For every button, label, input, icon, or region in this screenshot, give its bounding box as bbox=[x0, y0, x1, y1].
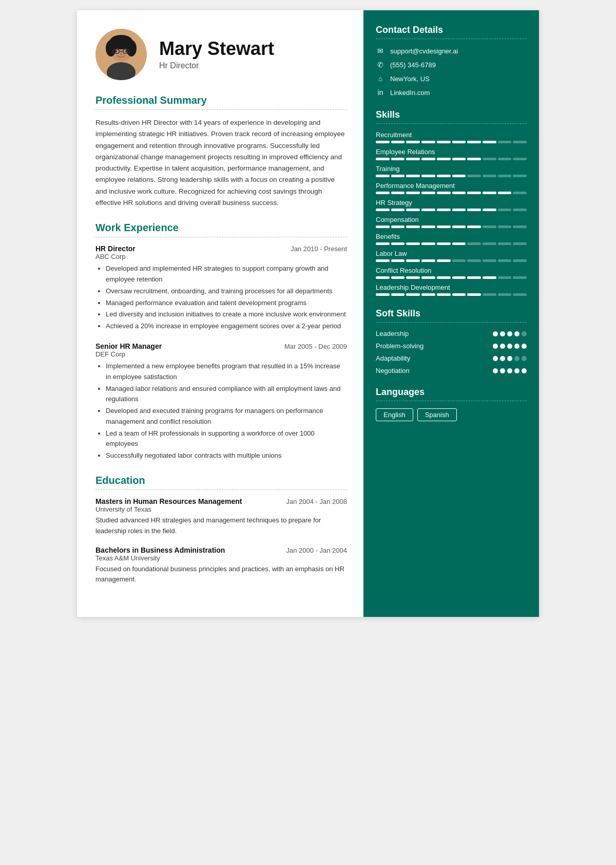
skill-segment bbox=[406, 141, 420, 143]
skill-item: Training bbox=[376, 165, 527, 177]
contact-item: in LinkedIn.com bbox=[376, 88, 527, 97]
job-company-text: DEF Corp bbox=[95, 350, 347, 358]
skill-segment bbox=[437, 209, 451, 211]
skill-segment bbox=[513, 192, 527, 194]
soft-skill-dots bbox=[493, 331, 527, 336]
svg-point-4 bbox=[106, 40, 116, 57]
soft-skill-dot bbox=[500, 344, 505, 349]
skill-segment bbox=[483, 158, 496, 160]
contact-value: support@cvdesigner.ai bbox=[390, 47, 458, 55]
soft-skill-item: Negotiation bbox=[376, 367, 527, 374]
skill-segment bbox=[513, 293, 527, 296]
job-title-text: Senior HR Manager bbox=[95, 342, 162, 350]
soft-skill-dot bbox=[500, 368, 505, 373]
skill-item: Leadership Development bbox=[376, 284, 527, 296]
skill-segment bbox=[513, 225, 527, 228]
skill-segment bbox=[406, 158, 420, 160]
edu-degree-text: Bachelors in Business Administration bbox=[95, 546, 225, 554]
skill-segment bbox=[421, 225, 435, 228]
skill-segment bbox=[421, 259, 435, 262]
skill-segment bbox=[483, 225, 496, 228]
work-experience-section: Work Experience HR Director Jan 2010 - P… bbox=[95, 222, 347, 461]
skill-segment bbox=[498, 242, 512, 245]
linkedin-icon: in bbox=[376, 88, 385, 97]
soft-skill-dot bbox=[493, 368, 498, 373]
soft-skill-dot bbox=[507, 344, 512, 349]
soft-skill-dot bbox=[500, 331, 505, 336]
summary-title: Professional Summary bbox=[95, 95, 347, 106]
skill-segment bbox=[467, 259, 481, 262]
skill-item: Conflict Resolution bbox=[376, 267, 527, 279]
job-title-text: HR Director bbox=[95, 245, 136, 253]
skill-bar bbox=[376, 141, 527, 143]
edu-degree-text: Masters in Human Resources Management bbox=[95, 497, 242, 505]
skill-segment bbox=[513, 242, 527, 245]
left-column: Mary Stewart Hr Director Professional Su… bbox=[77, 10, 363, 617]
skill-segment bbox=[498, 141, 512, 143]
edu-desc-text: Studied advanced HR strategies and manag… bbox=[95, 515, 347, 537]
skill-segment bbox=[513, 259, 527, 262]
job-date-text: Mar 2005 - Dec 2009 bbox=[284, 343, 347, 350]
soft-skill-item: Adaptability bbox=[376, 354, 527, 362]
skill-segment bbox=[452, 225, 466, 228]
contact-section: Contact Details ✉ support@cvdesigner.ai … bbox=[376, 25, 527, 97]
languages-section: Languages EnglishSpanish bbox=[376, 387, 527, 421]
skill-segment bbox=[452, 141, 466, 143]
skill-segment bbox=[421, 175, 435, 177]
skill-segment bbox=[498, 225, 512, 228]
skill-segment bbox=[406, 259, 420, 262]
list-item: Developed and implemented HR strategies … bbox=[106, 264, 347, 285]
skills-section: Skills Recruitment Employee Relations Tr… bbox=[376, 109, 527, 296]
list-item: Successfully negotiated labor contracts … bbox=[106, 450, 347, 461]
contact-list: ✉ support@cvdesigner.ai ✆ (555) 345-6789… bbox=[376, 46, 527, 97]
list-item: Developed and executed training programs… bbox=[106, 406, 347, 427]
skill-segment bbox=[452, 242, 466, 245]
list-item: Led diversity and inclusion initiatives … bbox=[106, 309, 347, 320]
professional-summary-section: Professional Summary Results-driven HR D… bbox=[95, 95, 347, 209]
language-tags: EnglishSpanish bbox=[376, 408, 527, 421]
list-item: Led a team of HR professionals in suppor… bbox=[106, 428, 347, 450]
soft-skill-dot bbox=[507, 356, 512, 361]
soft-skill-dot bbox=[507, 331, 512, 336]
skill-segment bbox=[376, 276, 390, 279]
soft-skill-name-text: Adaptability bbox=[376, 354, 410, 362]
job-header: Senior HR Manager Mar 2005 - Dec 2009 bbox=[95, 342, 347, 350]
job-header: HR Director Jan 2010 - Present bbox=[95, 245, 347, 253]
languages-divider bbox=[376, 401, 527, 401]
soft-skill-dot bbox=[493, 344, 498, 349]
avatar bbox=[95, 29, 147, 80]
skill-item: Labor Law bbox=[376, 250, 527, 262]
skill-segment bbox=[467, 209, 481, 211]
edu-school-text: University of Texas bbox=[95, 505, 347, 513]
contact-divider bbox=[376, 39, 527, 39]
skill-name-text: Benefits bbox=[376, 233, 527, 240]
skill-segment bbox=[391, 293, 405, 296]
resume-header: Mary Stewart Hr Director bbox=[95, 29, 347, 80]
skills-list: Recruitment Employee Relations Training … bbox=[376, 131, 527, 296]
skill-segment bbox=[483, 276, 496, 279]
skill-segment bbox=[437, 175, 451, 177]
contact-item: ✆ (555) 345-6789 bbox=[376, 60, 527, 69]
skill-segment bbox=[437, 276, 451, 279]
skill-segment bbox=[483, 259, 496, 262]
phone-icon: ✆ bbox=[376, 60, 385, 69]
skill-name-text: Employee Relations bbox=[376, 148, 527, 156]
svg-point-9 bbox=[115, 50, 117, 52]
soft-skills-title: Soft Skills bbox=[376, 308, 527, 319]
contact-item: ✉ support@cvdesigner.ai bbox=[376, 46, 527, 55]
soft-skills-list: Leadership Problem-solving Adaptability … bbox=[376, 330, 527, 374]
edu-date-text: Jan 2000 - Jan 2004 bbox=[286, 547, 347, 554]
skill-item: Benefits bbox=[376, 233, 527, 245]
skill-segment bbox=[467, 225, 481, 228]
work-experience-title: Work Experience bbox=[95, 222, 347, 234]
edu-school-text: Texas A&M University bbox=[95, 554, 347, 562]
skill-segment bbox=[421, 293, 435, 296]
skill-segment bbox=[391, 242, 405, 245]
skill-segment bbox=[483, 175, 496, 177]
edu-header: Bachelors in Business Administration Jan… bbox=[95, 546, 347, 554]
edu-date-text: Jan 2004 - Jan 2008 bbox=[286, 498, 347, 505]
soft-skills-divider bbox=[376, 322, 527, 323]
right-column: Contact Details ✉ support@cvdesigner.ai … bbox=[363, 10, 539, 617]
languages-title: Languages bbox=[376, 387, 527, 398]
soft-skills-section: Soft Skills Leadership Problem-solving A… bbox=[376, 308, 527, 374]
